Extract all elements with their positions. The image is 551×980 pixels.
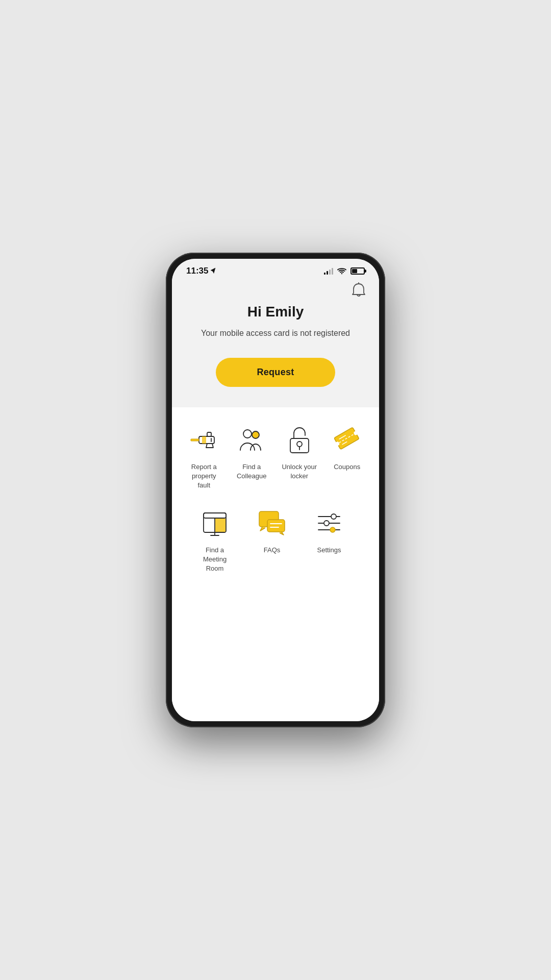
locker-icon [286, 425, 313, 455]
request-button[interactable]: Request [216, 358, 335, 387]
clock-display: 11:35 [186, 266, 208, 276]
grid-row-2: Find aMeetingRoom [180, 506, 371, 574]
svg-point-0 [341, 273, 342, 274]
location-arrow-icon [210, 267, 216, 275]
svg-point-7 [252, 431, 259, 438]
status-icons [324, 267, 365, 275]
find-colleague-item[interactable]: Find aColleague [231, 423, 272, 491]
drill-icon [188, 427, 220, 453]
wifi-icon [337, 267, 346, 275]
battery-icon [350, 267, 365, 275]
coupons-label: Coupons [334, 462, 360, 472]
svg-point-33 [330, 527, 335, 532]
phone-screen: 11:35 [172, 259, 379, 721]
svg-rect-8 [290, 438, 309, 453]
status-time: 11:35 [186, 266, 216, 276]
faqs-label: FAQs [264, 546, 281, 555]
colleague-icon [236, 425, 267, 455]
svg-rect-5 [202, 436, 206, 444]
svg-point-9 [297, 442, 302, 447]
svg-rect-4 [207, 432, 211, 436]
unlock-locker-item[interactable]: Unlock yourlocker [279, 423, 320, 491]
meeting-room-icon-container [197, 506, 232, 541]
unlock-locker-label: Unlock yourlocker [282, 462, 317, 481]
find-meeting-room-item[interactable]: Find aMeetingRoom [194, 506, 235, 574]
colleague-icon-container [234, 423, 269, 457]
svg-rect-20 [215, 519, 226, 532]
settings-icon [314, 509, 344, 537]
svg-point-31 [331, 514, 336, 519]
find-meeting-room-label: Find aMeetingRoom [203, 546, 227, 574]
phone-frame: 11:35 [166, 253, 385, 727]
main-content: Report apropertyfault [172, 407, 379, 721]
drill-icon-container [187, 423, 221, 457]
meeting-room-icon [199, 509, 230, 537]
svg-point-6 [243, 430, 252, 438]
status-bar: 11:35 [172, 259, 379, 280]
coupon-icon-container [330, 423, 364, 457]
report-fault-item[interactable]: Report apropertyfault [184, 423, 224, 491]
hero-section: Hi Emily Your mobile access card is not … [172, 280, 379, 407]
find-colleague-label: Find aColleague [237, 462, 267, 481]
report-fault-label: Report apropertyfault [191, 462, 217, 491]
grid-row-1: Report apropertyfault [180, 423, 371, 491]
greeting-title: Hi Emily [201, 304, 350, 320]
svg-rect-25 [267, 520, 285, 532]
greeting-subtitle: Your mobile access card is not registere… [201, 327, 350, 339]
bell-icon [350, 282, 367, 300]
coupons-item[interactable]: Coupons [327, 423, 367, 491]
faq-icon [256, 508, 288, 538]
settings-item[interactable]: Settings [309, 506, 349, 574]
svg-rect-2 [199, 436, 214, 444]
svg-point-32 [324, 521, 329, 526]
svg-rect-18 [204, 513, 226, 518]
coupon-icon [332, 426, 362, 454]
settings-label: Settings [317, 546, 341, 555]
faq-icon-container [255, 506, 289, 541]
greeting-section: Hi Emily Your mobile access card is not … [201, 304, 350, 339]
svg-rect-3 [191, 439, 199, 441]
faqs-item[interactable]: FAQs [252, 506, 292, 574]
locker-icon-container [282, 423, 317, 457]
notification-bell-button[interactable] [350, 282, 367, 302]
settings-icon-container [312, 506, 346, 541]
signal-icon [324, 267, 333, 275]
